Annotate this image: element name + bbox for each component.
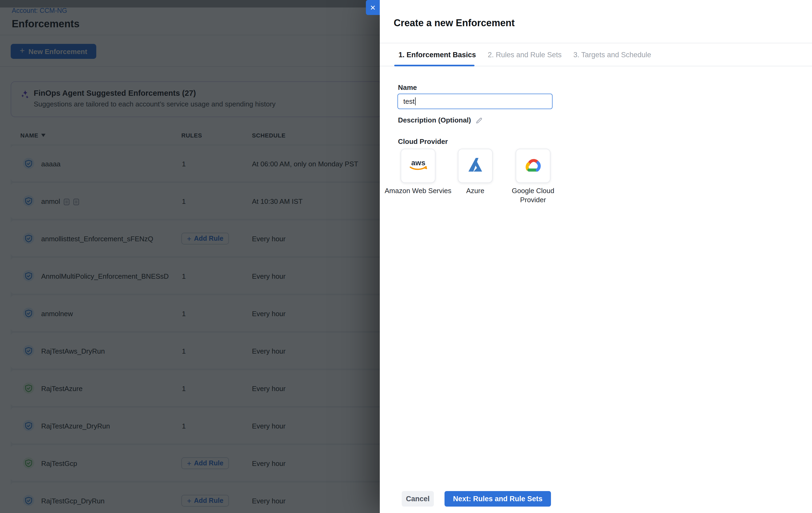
azure-logo-icon (467, 157, 484, 174)
app-root: Account: CCM-NG Enforcements + New Enfor… (0, 0, 812, 513)
active-tab-underline (394, 65, 474, 66)
close-icon: ✕ (370, 3, 376, 11)
wizard-tabbar: 1. Enforcement Basics2. Rules and Rule S… (380, 43, 812, 66)
close-button[interactable]: ✕ (366, 0, 380, 15)
wizard-tab-1[interactable]: 1. Enforcement Basics (399, 51, 476, 59)
cloud-provider-options: awsAmazon Web ServiesAzureGoogle Cloud P… (380, 149, 812, 229)
provider-card-azure[interactable] (458, 149, 493, 183)
description-field-label: Description (Optional) (398, 116, 471, 124)
provider-label: Google Cloud Provider (498, 187, 568, 204)
name-input-value: test (403, 97, 414, 105)
wizard-tab-3[interactable]: 3. Targets and Schedule (574, 51, 651, 59)
cancel-button[interactable]: Cancel (402, 491, 434, 507)
aws-logo-icon: aws (408, 158, 428, 174)
text-cursor (415, 97, 416, 105)
wizard-tab-2[interactable]: 2. Rules and Rule Sets (488, 51, 562, 59)
provider-card-gcp[interactable] (516, 149, 550, 183)
provider-option-gcp: Google Cloud Provider (498, 149, 568, 204)
drawer-title: Create a new Enforcement (394, 18, 515, 29)
create-enforcement-drawer: ✕ Create a new Enforcement 1. Enforcemen… (380, 0, 812, 513)
gcp-logo-icon (523, 156, 544, 175)
svg-text:aws: aws (411, 158, 425, 167)
name-input[interactable]: test (398, 94, 553, 109)
provider-card-aws[interactable]: aws (401, 149, 435, 183)
next-button[interactable]: Next: Rules and Rule Sets (444, 491, 551, 507)
edit-pencil-icon[interactable] (475, 117, 482, 124)
drawer-footer: Cancel Next: Rules and Rule Sets (380, 491, 812, 507)
name-field-label: Name (398, 83, 417, 91)
cloud-provider-label: Cloud Provider (398, 138, 448, 145)
